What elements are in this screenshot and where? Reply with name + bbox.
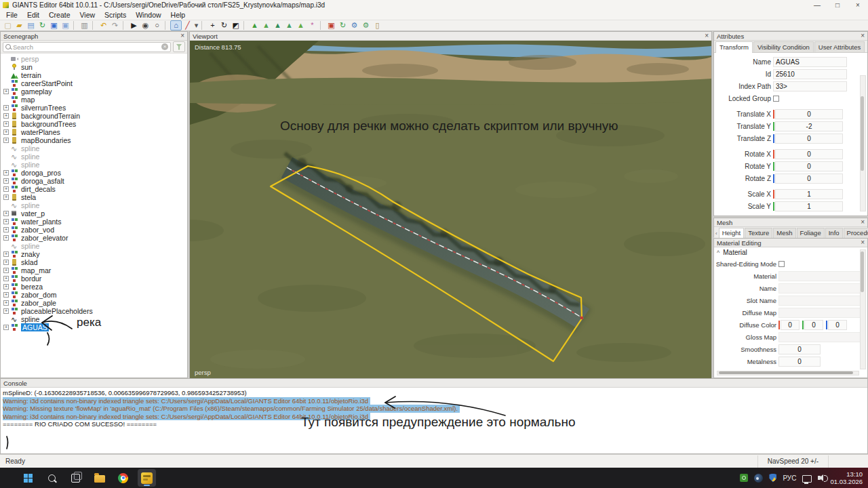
tree-item[interactable]: sklad — [3, 258, 187, 266]
tree-item[interactable]: spline — [3, 144, 187, 152]
material-hscrollbar[interactable] — [717, 371, 859, 375]
menu-item[interactable]: Scripts — [100, 11, 131, 19]
scale-tool-icon[interactable]: ◩ — [230, 20, 241, 30]
field-input[interactable]: 0 — [775, 174, 843, 184]
plugin-gear-icon[interactable]: ⚙ — [349, 20, 360, 30]
mesh-tab[interactable]: Mesh — [773, 228, 795, 238]
tree-item[interactable]: careerStartPoint — [3, 79, 187, 87]
console-line[interactable]: Warning: Missing texture 'flowMap' in 'a… — [3, 405, 460, 413]
tree-item[interactable]: map — [3, 96, 187, 104]
field-input[interactable]: 1 — [775, 201, 843, 211]
expander-icon[interactable] — [3, 121, 9, 127]
tree-item[interactable]: silverrunTrees — [3, 104, 187, 112]
redo-icon[interactable]: ↷ — [109, 20, 121, 30]
expander-icon[interactable] — [3, 235, 9, 241]
field-input[interactable]: 1 — [775, 189, 843, 199]
scroll-left-icon[interactable]: ‹ — [715, 230, 718, 238]
terrain-slope-icon[interactable]: ▲ — [272, 20, 283, 30]
reload-file-icon[interactable]: ↻ — [37, 20, 48, 30]
field-input[interactable] — [778, 271, 863, 281]
tree-item[interactable]: backgroundTerrain — [3, 112, 187, 120]
checkbox[interactable] — [773, 96, 779, 102]
material-scrollbar[interactable] — [860, 249, 866, 369]
field-input[interactable]: 0 — [775, 161, 843, 171]
defender-shield-icon[interactable] — [769, 474, 776, 483]
expander-icon[interactable] — [3, 284, 9, 289]
menu-item[interactable]: Window — [131, 11, 165, 19]
expander-icon[interactable] — [3, 325, 9, 330]
toolbar-button[interactable] — [73, 21, 77, 30]
steam-tray-icon[interactable] — [754, 474, 763, 483]
start-button[interactable] — [19, 469, 37, 487]
play-icon[interactable]: ▶ — [128, 20, 140, 30]
mesh-tab[interactable]: Height — [719, 228, 744, 238]
tree-item[interactable]: vater_p — [3, 209, 187, 218]
maximize-button[interactable]: □ — [827, 0, 848, 10]
tree-item[interactable]: zabor_vod — [3, 226, 187, 234]
clock[interactable]: 13:10 01.03.2026 — [830, 470, 863, 485]
tree-item[interactable]: backgroundTrees — [3, 120, 187, 128]
field-input[interactable] — [778, 283, 863, 293]
network-icon[interactable] — [802, 475, 812, 483]
close-button[interactable]: × — [848, 0, 868, 10]
taskbar-search-button[interactable] — [43, 469, 61, 487]
tree-item[interactable]: bordur — [3, 274, 187, 283]
tree-item[interactable]: water_plants — [3, 218, 187, 226]
scrollbar-thumb[interactable] — [861, 251, 864, 292]
toolbar-button[interactable] — [320, 21, 324, 30]
expander-icon[interactable] — [3, 170, 9, 176]
field-input[interactable]: 0 — [775, 149, 843, 159]
tree-item[interactable]: zabor_elevator — [3, 234, 187, 242]
minimize-button[interactable]: — — [807, 0, 827, 10]
tree-item[interactable]: mapBoundaries — [3, 136, 187, 144]
language-indicator[interactable]: РУС — [783, 474, 796, 482]
menu-item[interactable]: View — [75, 11, 100, 19]
console-line[interactable]: mSplineD: (-0.16306228935718536, 0.00663… — [3, 389, 867, 397]
paste-clipboard-icon[interactable]: ▯ — [372, 20, 383, 30]
tree-item[interactable]: spline — [3, 201, 187, 209]
reload-scripts-icon[interactable]: ↻ — [337, 20, 349, 30]
dropdown-arrow-icon[interactable]: ▾ — [193, 20, 199, 30]
menu-item[interactable]: Create — [44, 11, 75, 19]
red-input[interactable]: 0 — [781, 320, 800, 330]
expander-icon[interactable] — [3, 129, 9, 135]
tree-item[interactable]: doroga_pros — [3, 169, 187, 177]
giants-editor-button[interactable] — [138, 469, 156, 487]
tree-item[interactable]: spline — [3, 242, 187, 250]
attributes-tab[interactable]: Visibility Condition — [753, 41, 814, 52]
tree-item[interactable]: znaky — [3, 250, 187, 258]
filter-button[interactable] — [173, 41, 185, 52]
toolbar-button[interactable] — [243, 21, 248, 30]
field-input[interactable]: 0 — [775, 134, 843, 144]
console-line[interactable]: Warning: i3d contains non-binary indexed… — [3, 397, 370, 405]
import-icon[interactable]: ▥ — [79, 20, 90, 30]
tree-item[interactable]: placeablePlaceholders — [3, 307, 187, 315]
nvidia-tray-icon[interactable] — [740, 474, 748, 482]
tree-item[interactable]: doroga_asfalt — [3, 177, 187, 185]
attributes-scrollbar[interactable] — [860, 75, 866, 211]
mesh-tab[interactable]: Texture — [745, 228, 772, 238]
field-input[interactable] — [778, 296, 863, 306]
save-as-icon[interactable]: ▣ — [60, 20, 71, 30]
expander-icon[interactable] — [3, 268, 9, 273]
tree-item[interactable]: dirt_decals — [3, 185, 187, 193]
terrain-paint-icon[interactable]: ▲ — [295, 20, 307, 30]
move-tool-icon[interactable]: + — [207, 20, 218, 30]
expander-icon[interactable] — [3, 308, 9, 314]
viewport-canvas[interactable]: Distance 813.75 Основу для речки можно с… — [190, 41, 711, 378]
terrain-height-icon[interactable]: ▲ — [249, 20, 260, 30]
close-icon[interactable]: × — [861, 219, 865, 226]
field-input[interactable]: 0 — [775, 109, 843, 119]
collapse-caret-icon[interactable]: ^ — [717, 249, 719, 256]
expander-icon[interactable] — [3, 260, 9, 265]
field-input[interactable]: AGUAS — [773, 57, 847, 67]
toolbar-button[interactable] — [92, 21, 96, 30]
mesh-tab[interactable]: Foliage — [797, 228, 825, 238]
tree-item[interactable]: zabor_dom — [3, 291, 187, 299]
field-input[interactable]: -2 — [775, 121, 843, 131]
field-input[interactable] — [778, 332, 863, 342]
attributes-tab[interactable]: User Attributes — [814, 41, 865, 52]
expander-icon[interactable] — [3, 89, 9, 94]
zoom-magnifier-icon[interactable]: ○ — [151, 20, 163, 30]
tree-item[interactable]: terrain — [3, 71, 187, 79]
